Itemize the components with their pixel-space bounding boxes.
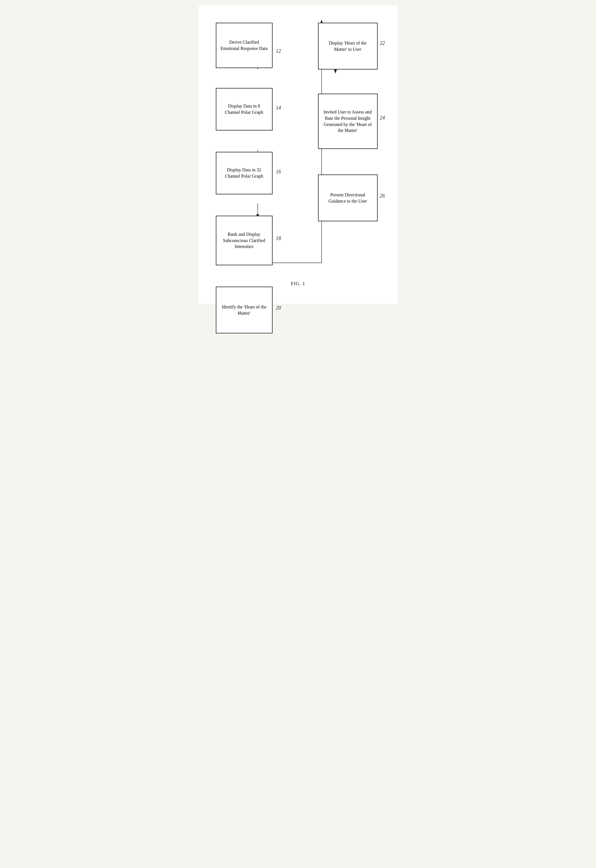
ref-20: 20 [276,305,281,311]
box-24-label: Invited User to Assess and Rate the Pers… [322,109,373,133]
box-18: Rank and Display Subconscious Clarified … [216,216,272,265]
ref-26: 26 [380,193,385,199]
box-16: Display Data in 32 Channel Polar Graph [216,152,272,194]
ref-14: 14 [276,105,281,111]
box-16-label: Display Data in 32 Channel Polar Graph [220,167,268,179]
page: Derive Clarified Emotional Response Data… [199,6,398,304]
box-12-label: Derive Clarified Emotional Response Data [220,39,268,52]
figure-label: FIG. 1 [207,281,389,286]
box-20: Identify the 'Heart of the Matter' [216,286,272,334]
ref-22: 22 [380,40,385,46]
box-26-label: Present Directional Guidance to the User [322,192,373,204]
box-22-label: Display 'Heart of the Matter' to User [322,40,373,52]
ref-16: 16 [276,169,281,175]
box-12: Derive Clarified Emotional Response Data [216,23,272,68]
box-14-label: Display Data in 8 Channel Polar Graph [220,103,268,115]
box-22: Display 'Heart of the Matter' to User [318,23,378,69]
box-20-label: Identify the 'Heart of the Matter' [220,304,268,316]
box-14: Display Data in 8 Channel Polar Graph [216,88,272,130]
diagram-container: Derive Clarified Emotional Response Data… [207,17,389,272]
ref-12: 12 [276,48,281,54]
ref-24: 24 [380,115,385,121]
ref-18: 18 [276,236,281,242]
box-26: Present Directional Guidance to the User [318,174,378,221]
box-24: Invited User to Assess and Rate the Pers… [318,94,378,149]
box-18-label: Rank and Display Subconscious Clarified … [220,231,268,250]
